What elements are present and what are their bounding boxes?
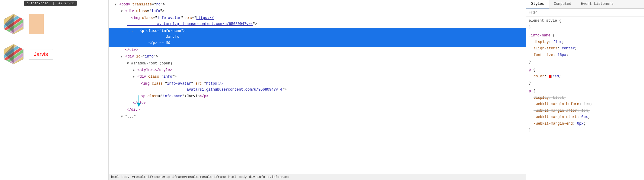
- tooltip-badge: p.info-name | 42.95×68: [24, 1, 77, 6]
- dom-line-style[interactable]: ► <style>…</style>: [109, 67, 526, 73]
- dom-line-shadow[interactable]: ▼ #shadow-root (open): [109, 60, 526, 67]
- dom-line-img2[interactable]: <img class="info-avatar" src="https:// a…: [109, 80, 526, 93]
- breadcrumb-html2[interactable]: html: [228, 175, 236, 179]
- main-area: p.info-name | 42.95×68: [0, 0, 644, 180]
- breadcrumb-body2[interactable]: body: [239, 175, 247, 179]
- jarvis-label-box: Jarvis: [29, 49, 53, 60]
- breadcrumb-html1[interactable]: html: [111, 175, 119, 179]
- style-prop-display: display: flex;: [534, 39, 642, 46]
- ellipsis: ...: [127, 29, 133, 33]
- breadcrumb-body1[interactable]: body: [121, 175, 129, 179]
- style-selector-p-block: p {: [529, 88, 642, 95]
- style-prop-align-items: align-items: center;: [534, 45, 642, 52]
- name-box-selected: [29, 14, 44, 34]
- style-prop-display-block: display: block;: [534, 95, 642, 101]
- style-prop-color: color: red;: [534, 73, 642, 80]
- styles-tabs: Styles Computed Event Listeners: [526, 0, 644, 9]
- breadcrumb-result-iframe-wrap[interactable]: #result-iframe-wrap: [132, 175, 170, 179]
- dom-line-div-info2[interactable]: ▼ <div id="info">: [109, 53, 526, 60]
- tab-event-listeners[interactable]: Event Listeners: [576, 0, 618, 8]
- triangle-icon: ▼: [121, 10, 123, 13]
- styles-panel: Styles Computed Event Listeners element.…: [526, 0, 644, 180]
- breadcrumb-bar: html body #result-iframe-wrap iframe#res…: [109, 174, 526, 180]
- dom-line-close-div1[interactable]: </div>: [109, 47, 526, 53]
- style-rule-info-name: .info-name { display: flex; align-items:…: [529, 33, 642, 65]
- dom-line-img[interactable]: <img class="info-avatar" src="https:// a…: [109, 15, 526, 28]
- styles-content[interactable]: element.style { } .info-name { display: …: [526, 17, 644, 180]
- hex-icon-1: [3, 14, 24, 35]
- triangle-icon: ▼: [115, 3, 116, 6]
- style-selector-info-name: .info-name {: [529, 33, 642, 39]
- preview-item-1: [3, 12, 105, 36]
- breadcrumb-iframe[interactable]: iframe#result.result-iframe: [172, 175, 226, 179]
- dom-p-value: Jarvis: [166, 35, 179, 39]
- dom-line-close-div3[interactable]: </div>: [109, 107, 526, 113]
- preview-panel: p.info-name | 42.95×68: [0, 0, 109, 180]
- dom-line-ellipsis[interactable]: ▼ "...": [109, 113, 526, 120]
- triangle-icon: ▼: [121, 55, 123, 58]
- dom-line-p-selected[interactable]: ... <p class="info-name"> Jarvis </p> ==…: [109, 28, 526, 47]
- style-selector-p-color: p {: [529, 67, 642, 73]
- dom-line-div-info1[interactable]: ▼ <div class="info">: [109, 8, 526, 14]
- dom-line-body[interactable]: ▼ <body translate="no">: [109, 1, 526, 8]
- tooltip-size: 42.95×68: [59, 2, 75, 5]
- style-prop-webkit-margin-before: -webkit-margin-before: 1em;: [534, 101, 642, 108]
- styles-filter-bar: [526, 9, 644, 17]
- style-selector-element: element.style {: [529, 18, 642, 24]
- style-prop-webkit-margin-after: -webkit-margin-after: 1em;: [534, 108, 642, 114]
- breadcrumb-div-info[interactable]: div.info: [249, 175, 265, 179]
- teal-arrow-icon: [127, 95, 151, 107]
- tab-computed[interactable]: Computed: [549, 0, 576, 8]
- triangle-icon: ▼: [133, 75, 135, 79]
- dom-line-p2[interactable]: <p class="info-name">Jarvis</p>: [109, 93, 526, 100]
- jarvis-label: Jarvis: [34, 51, 48, 57]
- style-prop-font-size: font-size: 16px;: [534, 52, 642, 59]
- styles-filter-input[interactable]: [529, 10, 642, 14]
- style-prop-webkit-margin-start: -webkit-margin-start: 0px;: [534, 114, 642, 121]
- color-swatch-red: [549, 75, 552, 78]
- style-rule-p-color: p { color: red; }: [529, 67, 642, 86]
- tooltip-selector: p.info-name: [27, 2, 49, 5]
- breadcrumb-p-info-name[interactable]: p.info-name: [267, 175, 289, 179]
- dom-panel: ▼ <body translate="no"> ▼ <div class="in…: [109, 0, 526, 180]
- dom-tree[interactable]: ▼ <body translate="no"> ▼ <div class="in…: [109, 0, 526, 174]
- tab-styles[interactable]: Styles: [526, 0, 549, 8]
- svg-marker-19: [137, 103, 141, 107]
- dom-line-div-info3[interactable]: ▼ <div class="info">: [109, 73, 526, 80]
- triangle-right-icon: ►: [133, 69, 135, 72]
- style-rule-element: element.style { }: [529, 18, 642, 31]
- preview-item-2: Jarvis: [3, 42, 105, 66]
- hex-icon-2: [3, 44, 24, 65]
- style-rule-p-block: p { display: block; -webkit-margin-befor…: [529, 88, 642, 134]
- style-prop-webkit-margin-end: -webkit-margin-end: 0px;: [534, 121, 642, 127]
- dom-line-close-div2[interactable]: </div>: [109, 100, 526, 107]
